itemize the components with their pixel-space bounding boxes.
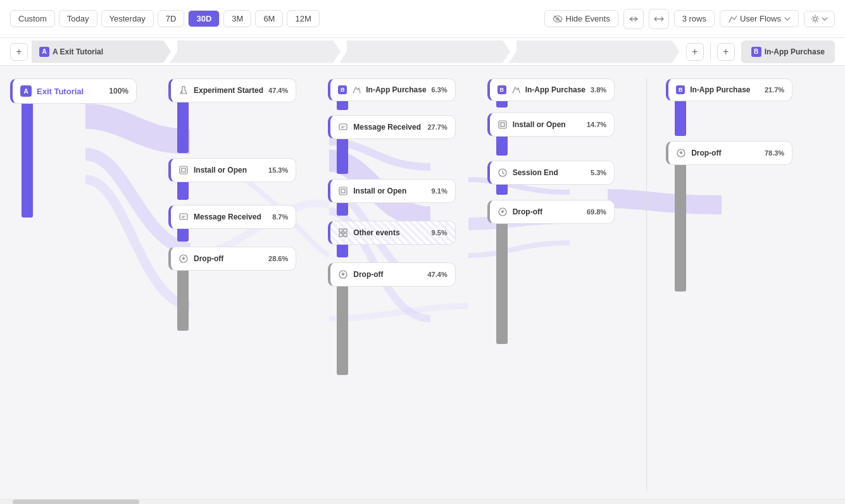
yesterday-button[interactable]: Yesterday — [101, 10, 154, 27]
svg-rect-10 — [341, 189, 345, 193]
add-breadcrumb-middle[interactable]: + — [686, 43, 704, 61]
svg-rect-13 — [339, 233, 342, 237]
install-open-3-pct: 9.1% — [432, 187, 448, 195]
main-canvas: A Exit Tutorial 100% Experiment Started … — [0, 66, 845, 504]
breadcrumb-start: A A Exit Tutorial — [32, 40, 171, 63]
breadcrumb-bar: + A A Exit Tutorial + + B In-App Purchas… — [0, 38, 845, 66]
message-received-3-pct: 27.7% — [427, 123, 447, 131]
today-button[interactable]: Today — [59, 10, 97, 27]
breadcrumb-end-label: In-App Purchase — [765, 47, 825, 56]
dropoff-icon-2 — [178, 254, 189, 264]
other-events-3-label: Other events — [353, 228, 426, 237]
session-icon — [498, 168, 508, 178]
b-badge-4: B — [498, 85, 506, 94]
in-app-purchase-3-node: B In-App Purchase 6.3% — [328, 78, 455, 110]
3m-button[interactable]: 3M — [223, 10, 251, 27]
svg-rect-11 — [339, 229, 342, 232]
svg-rect-4 — [180, 166, 187, 174]
svg-rect-5 — [182, 168, 185, 172]
gear-chevron-icon — [822, 17, 828, 21]
install-open-4-label: Install or Open — [513, 120, 582, 129]
svg-rect-17 — [501, 123, 504, 126]
column-2: Experiment Started 47.4% Install or Open… — [168, 78, 296, 331]
in-app-purchase-5-pct: 21.7% — [765, 86, 784, 94]
install-open-3-label: Install or Open — [353, 187, 426, 195]
session-end-4-node: Session End 5.3% — [487, 161, 615, 195]
arrows-expand-button[interactable] — [649, 9, 669, 29]
svg-rect-14 — [344, 233, 347, 237]
breadcrumb-step1 — [170, 40, 341, 63]
breadcrumb-a-badge: A — [39, 47, 49, 57]
message-received-3-label: Message Received — [353, 123, 422, 132]
drop-off-3-label: Drop-off — [353, 270, 422, 279]
topbar: Custom Today Yesterday 7D 30D 3M 6M 12M … — [0, 0, 845, 38]
column-1: A Exit Tutorial 100% — [10, 78, 137, 218]
arrows-expand-icon — [654, 15, 664, 23]
column-divider — [646, 78, 647, 491]
session-end-4-label: Session End — [513, 168, 585, 177]
arrows-compress-button[interactable] — [623, 9, 644, 29]
exit-tutorial-pct: 100% — [109, 87, 128, 95]
exit-tutorial-label: Exit Tutorial — [37, 87, 104, 96]
message-icon-2 — [178, 212, 189, 222]
in-app-purchase-3-label: In-App Purchase — [366, 85, 426, 94]
in-app-purchase-4-pct: 3.8% — [591, 86, 606, 94]
add-breadcrumb-end[interactable]: + — [717, 43, 735, 61]
6m-button[interactable]: 6M — [255, 10, 283, 27]
arrows-compress-icon — [629, 15, 638, 23]
other-events-icon — [338, 228, 348, 238]
eye-slash-icon — [553, 15, 563, 23]
purchase-icon-3 — [352, 85, 361, 94]
svg-rect-12 — [344, 229, 347, 232]
calendar-button[interactable]: Custom — [10, 10, 55, 27]
b-badge-5: B — [676, 85, 685, 94]
breadcrumb-start-label: A Exit Tutorial — [53, 47, 103, 56]
user-flows-button[interactable]: User Flows — [720, 10, 799, 27]
add-breadcrumb-left[interactable]: + — [10, 43, 28, 61]
drop-off-5-node: Drop-off 78.3% — [666, 141, 792, 292]
in-app-purchase-5-node: B In-App Purchase 21.7% — [666, 78, 792, 136]
breadcrumb-step3 — [509, 40, 680, 63]
a-badge: A — [20, 85, 32, 97]
scrollbar-container — [0, 499, 845, 504]
b-badge-3: B — [338, 85, 347, 94]
drop-off-3-pct: 47.4% — [427, 271, 447, 278]
12m-button[interactable]: 12M — [287, 10, 319, 27]
in-app-purchase-4-label: In-App Purchase — [525, 85, 585, 94]
drop-off-4-node: Drop-off 69.8% — [487, 200, 615, 344]
svg-point-3 — [182, 92, 183, 93]
message-received-2-node: Message Received 8.7% — [168, 205, 296, 242]
message-received-2-pct: 8.7% — [272, 213, 288, 221]
install-icon — [178, 165, 189, 175]
drop-off-5-pct: 78.3% — [765, 149, 784, 157]
install-open-2-node: Install or Open 15.3% — [168, 158, 296, 200]
experiment-pct: 47.4% — [268, 87, 288, 94]
install-open-2-label: Install or Open — [194, 166, 263, 175]
hide-events-button[interactable]: Hide Events — [544, 10, 618, 27]
exit-tutorial-bar — [22, 104, 33, 218]
settings-button[interactable] — [804, 11, 835, 27]
dropoff-icon-5 — [676, 148, 686, 158]
experiment-started-node: Experiment Started 47.4% — [168, 78, 296, 153]
rows-button[interactable]: 3 rows — [674, 10, 715, 27]
message-icon-3 — [338, 122, 348, 132]
install-open-3-node: Install or Open 9.1% — [328, 179, 455, 216]
other-events-3-pct: 9.5% — [432, 229, 448, 237]
7d-button[interactable]: 7D — [158, 10, 185, 27]
install-open-4-node: Install or Open 14.7% — [487, 113, 615, 156]
drop-off-2-pct: 28.6% — [268, 255, 288, 262]
experiment-label: Experiment Started — [194, 86, 263, 95]
in-app-purchase-3-pct: 6.3% — [432, 86, 448, 94]
breadcrumb-step2 — [339, 40, 510, 63]
drop-off-5-label: Drop-off — [691, 149, 760, 157]
session-end-4-pct: 5.3% — [591, 169, 606, 176]
30d-button[interactable]: 30D — [188, 10, 220, 27]
chevron-down-icon — [784, 17, 791, 21]
experiment-icon — [178, 85, 189, 95]
install-icon-4 — [498, 120, 508, 130]
message-received-2-label: Message Received — [194, 212, 267, 221]
scrollbar-thumb[interactable] — [13, 500, 139, 504]
install-open-4-pct: 14.7% — [587, 121, 606, 128]
exit-tutorial-node[interactable]: A Exit Tutorial 100% — [10, 78, 137, 104]
drop-off-4-label: Drop-off — [513, 207, 582, 216]
